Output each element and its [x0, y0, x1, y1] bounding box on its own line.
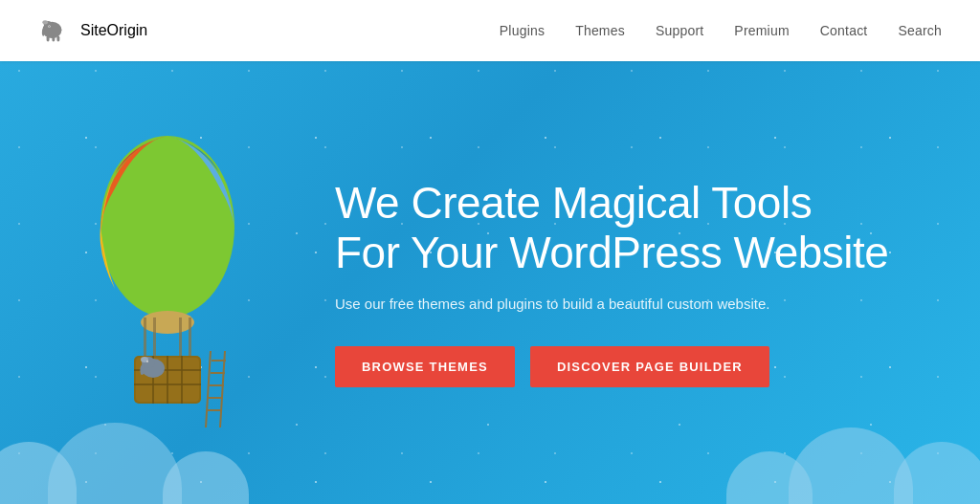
- svg-point-25: [147, 362, 148, 362]
- discover-page-builder-button[interactable]: DISCOVER PAGE BUILDER: [530, 346, 769, 387]
- svg-point-9: [141, 311, 194, 334]
- nav-item-themes[interactable]: Themes: [575, 23, 625, 38]
- svg-rect-11: [179, 318, 182, 356]
- hero-content: We Create Magical Tools For Your WordPre…: [335, 178, 888, 388]
- browse-themes-button[interactable]: BROWSE THEMES: [335, 346, 515, 387]
- nav-item-contact[interactable]: Contact: [820, 23, 868, 38]
- svg-line-27: [220, 351, 225, 427]
- svg-line-26: [206, 351, 211, 427]
- svg-rect-5: [47, 36, 50, 42]
- clouds-decoration: [0, 427, 980, 504]
- balloon-illustration: [57, 102, 287, 447]
- hero-title-line1: We Create Magical Tools: [335, 178, 812, 228]
- svg-point-4: [49, 26, 50, 27]
- nav-item-plugins[interactable]: Plugins: [500, 23, 545, 38]
- hero-subtitle: Use our free themes and plugins to build…: [335, 296, 888, 312]
- svg-rect-6: [52, 36, 55, 42]
- header: SiteOrigin Plugins Themes Support Premiu…: [0, 0, 980, 61]
- nav-item-premium[interactable]: Premium: [734, 23, 789, 38]
- hero-title: We Create Magical Tools For Your WordPre…: [335, 178, 888, 279]
- svg-point-2: [42, 20, 48, 24]
- hero-title-line2: For Your WordPress Website: [335, 229, 888, 278]
- svg-rect-7: [56, 36, 59, 42]
- svg-rect-10: [153, 318, 156, 356]
- hero-section: We Create Magical Tools For Your WordPre…: [0, 61, 980, 504]
- hero-buttons: BROWSE THEMES DISCOVER PAGE BUILDER: [335, 346, 888, 387]
- nav-item-support[interactable]: Support: [656, 23, 703, 38]
- logo-elephant-icon: [38, 17, 73, 44]
- main-nav: Plugins Themes Support Premium Contact S…: [500, 23, 942, 38]
- svg-point-8: [100, 136, 234, 318]
- logo-text: SiteOrigin: [80, 22, 147, 39]
- nav-item-search[interactable]: Search: [898, 23, 942, 38]
- logo[interactable]: SiteOrigin: [38, 17, 147, 44]
